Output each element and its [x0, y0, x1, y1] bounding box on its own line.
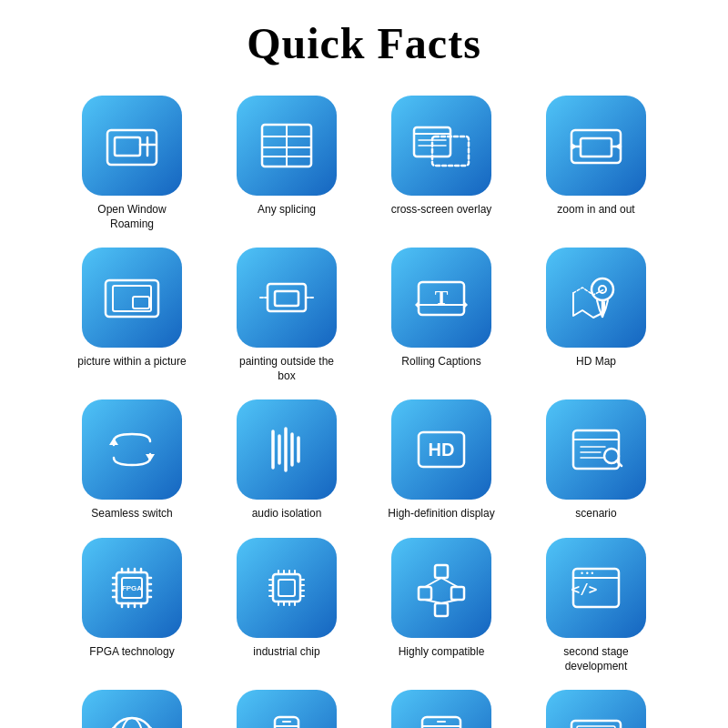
- list-item: scenario: [532, 399, 660, 521]
- svg-marker-36: [146, 454, 155, 461]
- svg-text:</>: </>: [571, 581, 598, 598]
- svg-rect-88: [435, 565, 448, 578]
- audio-isolation-icon: [237, 399, 337, 500]
- industrial-chip-label: industrial chip: [253, 645, 319, 660]
- svg-rect-71: [278, 580, 295, 596]
- svg-point-100: [110, 718, 154, 728]
- second-stage-development-label: second stage development: [541, 645, 651, 673]
- list-item: Seamless switch: [68, 399, 196, 521]
- list-item: zoom in and out: [532, 96, 660, 231]
- pc-control-icon: [546, 690, 646, 728]
- svg-line-93: [441, 578, 458, 587]
- svg-text:FPGA: FPGA: [122, 584, 142, 592]
- tablet-control-icon: [391, 690, 491, 728]
- list-item: • • • </> second stage development: [532, 538, 660, 673]
- svg-rect-22: [133, 297, 149, 308]
- svg-line-95: [441, 600, 458, 603]
- list-item: T Rolling Captions: [378, 248, 505, 383]
- fpga-technology-label: FPGA technology: [89, 645, 174, 660]
- audio-isolation-label: audio isolation: [252, 507, 322, 521]
- list-item: FPGA FPGA technology: [68, 538, 196, 673]
- list-item: Highly compatible: [378, 538, 505, 673]
- list-item: HD High-definition display: [378, 399, 505, 521]
- picture-within-a-picture-icon: [82, 248, 182, 348]
- any-splicing-label: Any splicing: [258, 203, 316, 217]
- svg-rect-23: [268, 284, 306, 311]
- list-item: Open Window Roaming: [68, 96, 196, 231]
- svg-marker-31: [415, 301, 419, 308]
- list-item: Tablet control: [378, 690, 505, 728]
- cross-screen-overlay-icon: [391, 96, 491, 196]
- highly-compatible-icon: [391, 538, 491, 638]
- list-item: industrial chip: [223, 538, 350, 673]
- cross-screen-overlay-label: cross-screen overlay: [391, 203, 492, 217]
- list-item: HD Map: [532, 248, 660, 383]
- industrial-chip-icon: [237, 538, 337, 638]
- open-window-roaming-label: Open Window Roaming: [77, 203, 187, 231]
- list-item: painting outside the box: [223, 248, 350, 383]
- rolling-captions-icon: T: [391, 248, 491, 348]
- list-item: cross-screen overlay: [378, 96, 505, 231]
- zoom-in-and-out-icon: [546, 96, 646, 196]
- list-item: picture within a picture: [68, 248, 196, 383]
- scenario-label: scenario: [575, 507, 616, 521]
- zoom-in-and-out-label: zoom in and out: [557, 203, 634, 217]
- list-item: Any splicing: [223, 96, 350, 231]
- painting-outside-the-box-icon: [237, 248, 337, 348]
- svg-rect-1: [115, 137, 140, 156]
- web-control-icon: [82, 690, 182, 728]
- list-item: PC control: [532, 690, 660, 728]
- seamless-switch-label: Seamless switch: [91, 507, 172, 521]
- svg-line-94: [425, 600, 441, 603]
- fpga-technology-icon: FPGA: [82, 538, 182, 638]
- svg-rect-70: [273, 574, 300, 602]
- mobile-control-icon: [237, 690, 337, 728]
- hd-map-label: HD Map: [576, 355, 616, 369]
- list-item: mobile control: [223, 690, 350, 728]
- svg-point-34: [599, 286, 606, 293]
- hd-map-icon: [546, 248, 646, 348]
- any-splicing-icon: [237, 96, 337, 196]
- list-item: WEB Control: [68, 690, 196, 728]
- second-stage-development-icon: • • • </>: [546, 538, 646, 638]
- list-item: audio isolation: [223, 399, 350, 521]
- painting-outside-the-box-label: painting outside the box: [232, 355, 341, 383]
- svg-text:HD: HD: [429, 440, 455, 460]
- high-definition-display-label: High-definition display: [388, 507, 494, 521]
- svg-marker-19: [615, 143, 621, 150]
- rolling-captions-label: Rolling Captions: [401, 355, 480, 369]
- scenario-icon: [546, 399, 646, 500]
- highly-compatible-label: Highly compatible: [399, 645, 485, 660]
- svg-rect-91: [435, 603, 448, 616]
- svg-rect-24: [275, 291, 298, 306]
- svg-rect-15: [581, 138, 612, 157]
- svg-line-92: [425, 578, 441, 587]
- svg-text:• • •: • • •: [581, 569, 593, 578]
- svg-marker-18: [571, 143, 577, 150]
- svg-marker-32: [464, 301, 468, 308]
- svg-rect-89: [419, 587, 431, 600]
- features-grid: Open Window Roaming Any splicing c: [68, 96, 660, 728]
- svg-marker-35: [109, 438, 118, 445]
- picture-within-a-picture-label: picture within a picture: [77, 355, 186, 369]
- open-window-roaming-icon: [82, 96, 182, 196]
- svg-rect-90: [451, 587, 464, 600]
- seamless-switch-icon: [82, 399, 182, 500]
- page-title: Quick Facts: [247, 18, 481, 68]
- high-definition-display-icon: HD: [391, 399, 491, 500]
- svg-point-33: [592, 278, 613, 300]
